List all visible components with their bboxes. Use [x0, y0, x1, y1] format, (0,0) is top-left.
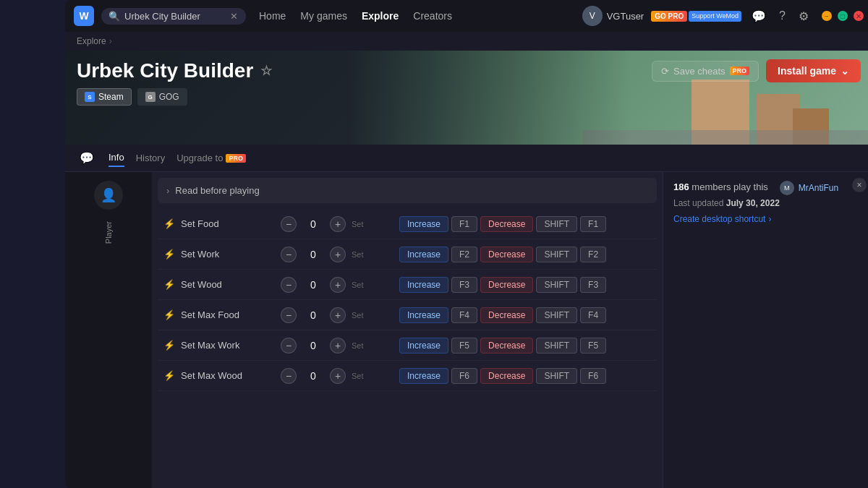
key-increase-5[interactable]: F6	[451, 368, 477, 384]
key-shift-5[interactable]: SHIFT	[536, 368, 577, 384]
minimize-button[interactable]: −	[822, 11, 832, 21]
decrease-btn-3[interactable]: Decrease	[480, 307, 533, 323]
help-icon[interactable]: ?	[776, 7, 788, 25]
platform-tabs: S Steam G GOG	[77, 88, 272, 106]
creator-tag: M MrAntiFun	[780, 181, 838, 195]
key-increase-2[interactable]: F3	[451, 277, 477, 293]
clear-icon[interactable]: ✕	[230, 11, 238, 22]
minus-button-4[interactable]: −	[281, 338, 297, 354]
settings-icon[interactable]: ⚙	[796, 7, 812, 26]
tab-info[interactable]: Info	[109, 149, 124, 167]
app-window: W 🔍 ✕ Home My games Explore Creators V V…	[65, 0, 868, 488]
minus-button-5[interactable]: −	[281, 368, 297, 384]
members-count: 186	[673, 181, 689, 192]
platform-gog[interactable]: G GOG	[137, 88, 187, 106]
key-decrease-0[interactable]: F1	[580, 216, 606, 232]
pro-badge-group[interactable]: GO PRO Support WeMod	[651, 11, 741, 22]
key-decrease-2[interactable]: F3	[580, 277, 606, 293]
install-button[interactable]: Install game ⌄	[766, 59, 861, 82]
plus-button-1[interactable]: +	[330, 247, 346, 262]
lightning-icon-3: ⚡	[163, 309, 175, 320]
save-cheats-button[interactable]: ⟳ Save cheats PRO	[652, 61, 759, 82]
key-decrease-3[interactable]: F4	[580, 307, 606, 323]
decrease-btn-5[interactable]: Decrease	[480, 368, 533, 384]
set-label-3: Set	[352, 311, 372, 320]
close-button[interactable]: ✕	[854, 11, 864, 21]
increase-btn-1[interactable]: Increase	[399, 247, 448, 262]
increase-btn-3[interactable]: Increase	[399, 307, 448, 323]
game-title-row: Urbek City Builder ☆	[77, 59, 272, 82]
members-text: 186 members play this	[673, 181, 768, 192]
plus-button-5[interactable]: +	[330, 368, 346, 384]
decrease-btn-0[interactable]: Decrease	[480, 216, 533, 232]
set-label-5: Set	[352, 372, 372, 380]
minus-button-3[interactable]: −	[281, 307, 297, 323]
hero-content: Urbek City Builder ☆ S Steam G GOG	[65, 51, 284, 114]
upgrade-pro-badge: PRO	[226, 154, 246, 163]
plus-button-4[interactable]: +	[330, 338, 346, 354]
minus-button-0[interactable]: −	[281, 216, 297, 232]
cheat-name-3: Set Max Food	[181, 309, 275, 320]
nav-explore[interactable]: Explore	[362, 10, 399, 22]
key-increase-0[interactable]: F1	[451, 216, 477, 232]
user-area[interactable]: V VGTuser	[582, 6, 644, 26]
chevron-right-icon: ›	[166, 185, 169, 196]
search-bar[interactable]: 🔍 ✕	[101, 8, 246, 25]
minus-button-2[interactable]: −	[281, 277, 297, 293]
tab-history[interactable]: History	[136, 150, 165, 166]
key-shift-4[interactable]: SHIFT	[536, 338, 577, 354]
cheat-row-set-max-food: ⚡ Set Max Food − 0 + Set Increase F4 Dec…	[158, 300, 657, 330]
key-increase-1[interactable]: F2	[451, 247, 477, 262]
key-decrease-4[interactable]: F5	[580, 338, 606, 354]
favorite-star-icon[interactable]: ☆	[260, 63, 272, 79]
breadcrumb-explore[interactable]: Explore	[77, 36, 106, 46]
increase-btn-4[interactable]: Increase	[399, 338, 448, 354]
nav-my-games[interactable]: My games	[300, 10, 347, 22]
player-icon-button[interactable]: 👤	[94, 181, 123, 210]
key-decrease-1[interactable]: F2	[580, 247, 606, 262]
increase-btn-0[interactable]: Increase	[399, 216, 448, 232]
nav-home[interactable]: Home	[259, 10, 286, 22]
decrease-btn-1[interactable]: Decrease	[480, 247, 533, 262]
topbar-right: V VGTuser GO PRO Support WeMod 💬 ? ⚙ − □…	[582, 6, 864, 26]
last-updated-date: July 30, 2022	[726, 198, 780, 208]
search-input[interactable]	[124, 11, 226, 22]
cheat-row-set-food: ⚡ Set Food − 0 + Set Increase F1 Decreas…	[158, 209, 657, 239]
lightning-icon-0: ⚡	[163, 218, 175, 229]
close-info-button[interactable]: ×	[852, 178, 867, 192]
cheat-name-5: Set Max Wood	[181, 370, 275, 381]
minus-button-1[interactable]: −	[281, 247, 297, 262]
plus-button-3[interactable]: +	[330, 307, 346, 323]
maximize-button[interactable]: □	[838, 11, 848, 21]
key-shift-0[interactable]: SHIFT	[536, 216, 577, 232]
key-buttons-1: Increase F2 Decrease SHIFT F2	[399, 247, 606, 262]
chat-bubble-icon[interactable]: 💬	[77, 148, 97, 168]
key-shift-1[interactable]: SHIFT	[536, 247, 577, 262]
discord-icon[interactable]: 💬	[749, 7, 769, 26]
window-controls: − □ ✕	[822, 11, 864, 21]
plus-button-0[interactable]: +	[330, 216, 346, 232]
key-shift-2[interactable]: SHIFT	[536, 277, 577, 293]
tab-upgrade[interactable]: Upgrade to PRO	[176, 150, 246, 166]
steam-label: Steam	[98, 92, 124, 102]
last-updated: Last updated July 30, 2022	[673, 198, 862, 208]
members-row: 186 members play this M MrAntiFun	[673, 181, 862, 195]
increase-btn-2[interactable]: Increase	[399, 277, 448, 293]
key-increase-3[interactable]: F4	[451, 307, 477, 323]
decrease-btn-4[interactable]: Decrease	[480, 338, 533, 354]
nav-creators[interactable]: Creators	[413, 10, 452, 22]
decrease-btn-2[interactable]: Decrease	[480, 277, 533, 293]
key-buttons-5: Increase F6 Decrease SHIFT F6	[399, 368, 606, 384]
creator-name[interactable]: MrAntiFun	[799, 183, 838, 193]
desktop-shortcut-link[interactable]: Create desktop shortcut ›	[673, 214, 862, 224]
increase-btn-5[interactable]: Increase	[399, 368, 448, 384]
lightning-icon-1: ⚡	[163, 249, 175, 260]
read-notice[interactable]: › Read before playing	[158, 178, 657, 203]
key-shift-3[interactable]: SHIFT	[536, 307, 577, 323]
key-increase-4[interactable]: F5	[451, 338, 477, 354]
key-decrease-5[interactable]: F6	[580, 368, 606, 384]
save-cheats-icon: ⟳	[661, 66, 669, 77]
platform-steam[interactable]: S Steam	[77, 88, 132, 106]
plus-button-2[interactable]: +	[330, 277, 346, 293]
save-cheats-pro-badge: PRO	[730, 67, 750, 75]
